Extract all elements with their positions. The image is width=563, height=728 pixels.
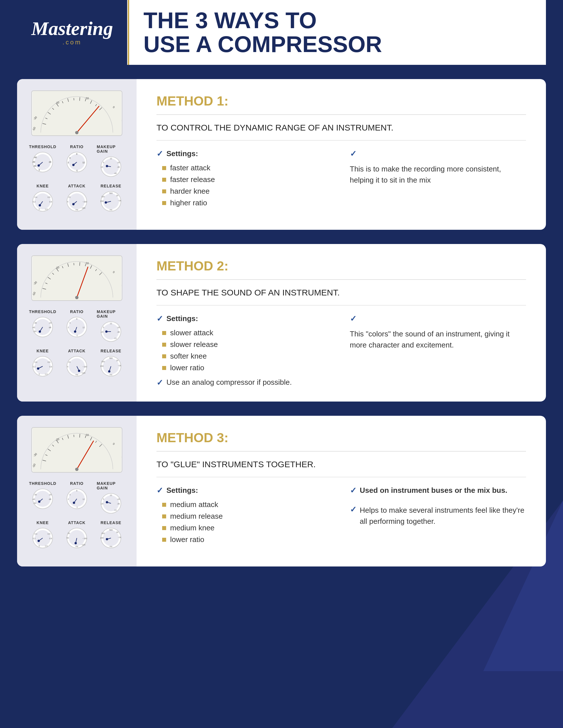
svg-text:100: 100 xyxy=(101,361,105,363)
svg-text:0.2: 0.2 xyxy=(33,201,36,203)
svg-text:0: 0 xyxy=(39,169,40,171)
method-card-3: -50 -30 -20 -10 0 +5 xyxy=(17,416,546,566)
svg-text:-40: -40 xyxy=(32,498,35,500)
svg-text:-11: -11 xyxy=(114,509,117,511)
knob-ratio-2: RATIO 3 2 8 12 -1 xyxy=(63,309,91,343)
knob-knee-2: KNEE 0.4 0.2 0.6 0.8 0 1.0 xyxy=(28,349,57,378)
svg-text:8: 8 xyxy=(76,490,77,492)
method-divider2-2 xyxy=(156,305,526,305)
svg-text:~160: ~160 xyxy=(82,537,87,539)
bullet-2 xyxy=(162,514,166,518)
list-item: faster attack xyxy=(162,164,333,172)
svg-text:0.6: 0.6 xyxy=(47,196,50,198)
svg-text:500: 500 xyxy=(109,192,113,194)
svg-point-100 xyxy=(75,296,78,299)
knob-attack-2: ATTACK 15 5 ms ~120 ~160 xyxy=(63,349,91,378)
svg-text:-60: -60 xyxy=(34,156,37,158)
note-header-2: ✓ xyxy=(350,314,526,323)
svg-text:-50: -50 xyxy=(32,161,35,163)
method-divider-3 xyxy=(156,451,526,452)
list-item: medium release xyxy=(162,512,333,521)
knobs-row-1-top: THRESHOLD -60 -50 -40 dB 0 xyxy=(26,144,128,178)
method-divider-2 xyxy=(156,279,526,280)
knob-makeup-3: MAKEUP GAIN 5 -15 12 -20 -30 -11 xyxy=(97,481,125,515)
check-icon-1: ✓ xyxy=(156,149,163,158)
svg-text:-1: -1 xyxy=(76,506,78,508)
svg-text:0.8: 0.8 xyxy=(49,537,52,539)
svg-text:-15: -15 xyxy=(100,503,103,505)
svg-text:-1: -1 xyxy=(76,334,78,336)
svg-text:200: 200 xyxy=(100,200,103,202)
svg-text:dB: dB xyxy=(49,498,51,500)
knob-attack-3: ATTACK 20 50 ms ~120 ~160 xyxy=(63,520,91,549)
svg-text:-1: -1 xyxy=(76,169,78,171)
note-text-1: This is to make the recording more consi… xyxy=(350,164,526,186)
method-label-3: METHOD 3: xyxy=(156,430,526,445)
svg-text:12: 12 xyxy=(82,326,85,328)
bullet-3 xyxy=(162,189,166,193)
knobs-section-1: THRESHOLD -60 -50 -40 dB 0 xyxy=(26,144,128,218)
bullet-1 xyxy=(162,331,166,335)
svg-text:5: 5 xyxy=(103,498,104,500)
knob-release-3: RELEASE 100 200 500 1k ~2k ms xyxy=(97,520,125,549)
svg-text:1k: 1k xyxy=(116,195,118,197)
knobs-section-2: THRESHOLD -30 -40 -50 -20 dB xyxy=(26,309,128,383)
knob-knee-1: KNEE 0.4 0.2 0.6 0.8 0 1.0 xyxy=(28,184,57,213)
svg-text:~2k: ~2k xyxy=(118,536,121,538)
knob-makeup-1: MAKEUP GAIN 5 15 12 -20 -30 -40 xyxy=(97,144,125,178)
list-item: softer knee xyxy=(162,352,333,361)
svg-text:0.4: 0.4 xyxy=(34,361,37,363)
method-divider2-3 xyxy=(156,477,526,477)
svg-text:200: 200 xyxy=(100,365,103,367)
svg-rect-0 xyxy=(32,91,121,135)
check-icon-note-1: ✓ xyxy=(350,149,357,158)
svg-text:0.8: 0.8 xyxy=(49,201,52,203)
bullet-2 xyxy=(162,343,166,347)
svg-text:12: 12 xyxy=(110,158,112,160)
svg-text:5: 5 xyxy=(67,201,68,203)
settings-header-3: ✓ Settings: xyxy=(156,486,333,495)
method-subtitle-2: TO SHAPE THE SOUND OF AN INSTRUMENT. xyxy=(156,287,526,298)
logo-text: Mastering xyxy=(31,19,113,38)
svg-text:-30: -30 xyxy=(117,503,120,505)
svg-text:5: 5 xyxy=(67,366,68,368)
svg-text:-20: -20 xyxy=(117,498,120,500)
note-header-3b: ✓ Helps to make several instruments feel… xyxy=(350,505,526,527)
svg-text:5: 5 xyxy=(103,162,104,164)
card-left-3: -50 -30 -20 -10 0 +5 xyxy=(17,416,136,566)
svg-text:ms: ms xyxy=(109,545,112,547)
svg-text:0: 0 xyxy=(39,208,40,210)
svg-text:2: 2 xyxy=(68,498,69,500)
settings-list-2: slower attack slower release softer knee… xyxy=(156,328,333,372)
svg-text:-10: -10 xyxy=(85,433,89,437)
settings-list-1: faster attack faster release harder knee… xyxy=(156,164,333,207)
list-item: higher ratio xyxy=(162,198,333,207)
bullet-4 xyxy=(162,538,166,542)
card-right-1: METHOD 1: TO CONTROL THE DYNAMIC RANGE O… xyxy=(136,79,546,230)
svg-text:~160: ~160 xyxy=(81,207,85,209)
svg-rect-158 xyxy=(32,428,121,472)
svg-text:~160: ~160 xyxy=(82,366,87,368)
svg-text:20: 20 xyxy=(68,532,70,534)
svg-point-21 xyxy=(75,131,78,134)
svg-text:-20: -20 xyxy=(49,494,51,496)
note-header-1: ✓ xyxy=(350,149,526,158)
svg-text:-40: -40 xyxy=(32,326,35,328)
card-right-3: METHOD 3: TO "GLUE" INSTRUMENTS TOGETHER… xyxy=(136,416,546,566)
svg-line-17 xyxy=(74,98,74,100)
list-item: harder knee xyxy=(162,187,333,196)
note-text-2: This "colors" the sound of an instrument… xyxy=(350,328,526,351)
note-col-1: ✓ This is to make the recording more con… xyxy=(350,149,526,210)
svg-text:15: 15 xyxy=(68,361,71,363)
logo-com: .com xyxy=(31,39,113,46)
svg-text:500: 500 xyxy=(109,357,113,359)
settings-header-2: ✓ Settings: xyxy=(156,314,333,323)
svg-text:-30: -30 xyxy=(117,166,120,168)
svg-text:5: 5 xyxy=(103,326,104,328)
svg-text:ms: ms xyxy=(75,374,78,376)
settings-list-3: medium attack medium release medium knee… xyxy=(156,500,333,544)
card-right-2: METHOD 2: TO SHAPE THE SOUND OF AN INSTR… xyxy=(136,244,546,402)
svg-text:-30: -30 xyxy=(34,322,37,324)
bullet-3 xyxy=(162,526,166,530)
svg-text:12: 12 xyxy=(110,494,112,496)
